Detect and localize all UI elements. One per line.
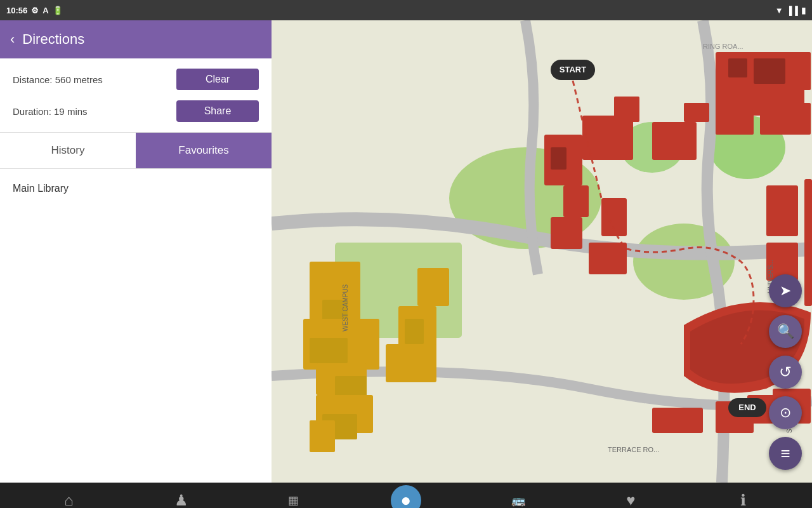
studyspace-icon: ● (401, 490, 412, 508)
svg-rect-39 (589, 243, 627, 274)
battery-icon: 🔋 (53, 6, 63, 15)
heart-icon: ♥ (626, 491, 635, 508)
svg-rect-12 (760, 103, 811, 135)
tab-history[interactable]: History (0, 133, 136, 168)
time-display: 10:56 (6, 6, 27, 15)
distance-label: Distance: 560 metres (13, 74, 103, 85)
status-right: ▼ ▐▐ ▮ (775, 6, 806, 15)
nav-bar: ⌂ ♟ ▦ ● 🚌 ♥ ℹ (0, 483, 812, 508)
map-controls: ➤ 🔍 ↺ ⊙ ≡ (769, 274, 802, 470)
home-icon: ⌂ (64, 491, 74, 508)
battery-full-icon: ▮ (801, 6, 806, 15)
page-title: Directions (22, 31, 84, 48)
svg-rect-9 (754, 58, 785, 84)
svg-rect-36 (405, 319, 424, 344)
svg-rect-38 (417, 268, 449, 306)
nav-heart[interactable]: ♥ (615, 485, 646, 508)
settings-icon: ⚙ (31, 6, 39, 15)
back-button[interactable]: ‹ (10, 31, 15, 48)
svg-rect-34 (310, 420, 335, 452)
history-section: Main Library (0, 169, 272, 483)
svg-rect-10 (792, 52, 811, 90)
tabs-section: History Favourites (0, 133, 272, 169)
svg-text:START: START (560, 65, 586, 74)
main-container: ‹ Directions Distance: 560 metres Clear … (0, 20, 812, 483)
wifi-icon: ▼ (775, 6, 783, 15)
list-item[interactable]: Main Library (13, 179, 259, 198)
campus-map: RING ROA... (272, 20, 812, 483)
svg-rect-8 (728, 58, 747, 77)
info-section: Distance: 560 metres Clear Duration: 19 … (0, 58, 272, 133)
header: ‹ Directions (0, 20, 272, 58)
signal-icon: ▐▐ (787, 6, 798, 15)
duration-label: Duration: 19 mins (13, 106, 88, 117)
nav-person[interactable]: ♟ (166, 485, 197, 508)
svg-rect-18 (551, 147, 566, 170)
svg-rect-11 (716, 109, 754, 135)
bus-icon: 🚌 (511, 493, 525, 507)
nav-info[interactable]: ℹ (728, 485, 758, 508)
calendar-icon: ▦ (288, 493, 299, 507)
svg-text:RING ROA...: RING ROA... (703, 43, 743, 50)
svg-text:END: END (738, 403, 756, 412)
clear-button[interactable]: Clear (176, 69, 259, 90)
svg-rect-22 (652, 408, 703, 433)
svg-rect-16 (684, 103, 709, 122)
nav-calendar[interactable]: ▦ (278, 485, 309, 508)
svg-rect-37 (386, 344, 436, 382)
refresh-btn[interactable]: ↺ (769, 356, 802, 389)
tab-favourites[interactable]: Favourites (136, 133, 272, 168)
info-icon: ℹ (740, 491, 746, 508)
svg-rect-42 (563, 185, 589, 217)
svg-rect-15 (652, 122, 697, 160)
left-panel: ‹ Directions Distance: 560 metres Clear … (0, 20, 272, 483)
nav-home[interactable]: ⌂ (54, 485, 84, 508)
a-icon: A (43, 6, 48, 15)
svg-rect-24 (766, 185, 798, 236)
svg-rect-23 (804, 179, 812, 306)
share-button[interactable]: Share (176, 100, 259, 122)
status-bar: 10:56 ⚙ A 🔋 ▼ ▐▐ ▮ (0, 0, 812, 20)
svg-text:WEST CAMPUS: WEST CAMPUS (342, 284, 349, 331)
layers-btn[interactable]: ≡ (769, 437, 802, 470)
nav-bus[interactable]: 🚌 (503, 485, 534, 508)
svg-text:TERRACE RO...: TERRACE RO... (608, 446, 659, 453)
svg-rect-29 (310, 338, 348, 363)
nav-studyspace[interactable]: ● (391, 485, 421, 508)
navigation-btn[interactable]: ➤ (769, 274, 802, 307)
search-btn[interactable]: 🔍 (769, 315, 802, 348)
map-area: RING ROA... (272, 20, 812, 483)
svg-rect-41 (551, 217, 582, 249)
person-icon: ♟ (174, 491, 188, 508)
location-btn[interactable]: ⊙ (769, 396, 802, 429)
distance-row: Distance: 560 metres Clear (13, 69, 259, 90)
duration-row: Duration: 19 mins Share (13, 100, 259, 122)
svg-rect-14 (614, 97, 639, 122)
status-left: 10:56 ⚙ A 🔋 (6, 6, 63, 15)
